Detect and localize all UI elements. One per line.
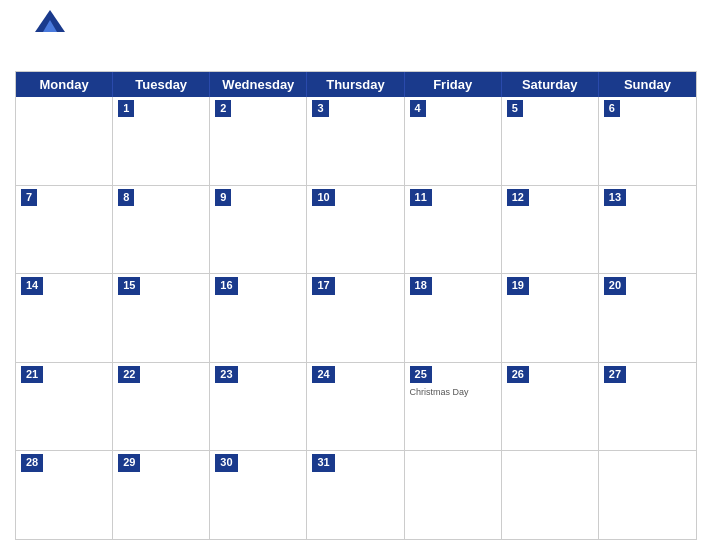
day-header-wednesday: Wednesday [210, 72, 307, 97]
day-number: 21 [21, 366, 43, 383]
day-cell: 29 [113, 451, 210, 539]
day-cell: 23 [210, 363, 307, 451]
calendar-body: 1234567891011121314151617181920212223242… [16, 97, 696, 539]
day-cell: 11 [405, 186, 502, 274]
day-number: 1 [118, 100, 134, 117]
day-header-saturday: Saturday [502, 72, 599, 97]
day-cell: 21 [16, 363, 113, 451]
day-number: 6 [604, 100, 620, 117]
day-cell: 2 [210, 97, 307, 185]
day-cell: 20 [599, 274, 696, 362]
calendar: MondayTuesdayWednesdayThursdayFridaySatu… [15, 71, 697, 540]
day-header-friday: Friday [405, 72, 502, 97]
day-number: 30 [215, 454, 237, 471]
day-number: 11 [410, 189, 432, 206]
day-cell [16, 97, 113, 185]
day-number: 8 [118, 189, 134, 206]
day-number: 27 [604, 366, 626, 383]
day-number: 23 [215, 366, 237, 383]
day-number: 3 [312, 100, 328, 117]
day-number: 13 [604, 189, 626, 206]
calendar-page: MondayTuesdayWednesdayThursdayFridaySatu… [0, 0, 712, 550]
day-number: 17 [312, 277, 334, 294]
day-cell: 14 [16, 274, 113, 362]
day-number: 19 [507, 277, 529, 294]
logo-icon [35, 10, 65, 32]
day-cell: 1 [113, 97, 210, 185]
day-cell: 5 [502, 97, 599, 185]
day-cell: 6 [599, 97, 696, 185]
day-cell: 24 [307, 363, 404, 451]
day-number: 28 [21, 454, 43, 471]
day-cell [405, 451, 502, 539]
day-cell: 19 [502, 274, 599, 362]
day-number: 26 [507, 366, 529, 383]
day-cell [502, 451, 599, 539]
day-cell: 15 [113, 274, 210, 362]
day-number: 7 [21, 189, 37, 206]
day-cell: 26 [502, 363, 599, 451]
day-headers-row: MondayTuesdayWednesdayThursdayFridaySatu… [16, 72, 696, 97]
day-cell: 8 [113, 186, 210, 274]
holiday-label: Christmas Day [410, 387, 496, 398]
day-header-sunday: Sunday [599, 72, 696, 97]
day-number: 10 [312, 189, 334, 206]
day-cell: 12 [502, 186, 599, 274]
day-number: 12 [507, 189, 529, 206]
week-row-4: 2122232425Christmas Day2627 [16, 363, 696, 452]
day-cell: 16 [210, 274, 307, 362]
day-number: 9 [215, 189, 231, 206]
day-number: 16 [215, 277, 237, 294]
day-cell: 27 [599, 363, 696, 451]
day-cell: 31 [307, 451, 404, 539]
day-cell: 4 [405, 97, 502, 185]
day-header-tuesday: Tuesday [113, 72, 210, 97]
day-cell: 18 [405, 274, 502, 362]
day-number: 18 [410, 277, 432, 294]
week-row-2: 78910111213 [16, 186, 696, 275]
day-number: 5 [507, 100, 523, 117]
day-cell: 28 [16, 451, 113, 539]
day-number: 14 [21, 277, 43, 294]
day-header-monday: Monday [16, 72, 113, 97]
day-cell: 25Christmas Day [405, 363, 502, 451]
day-cell: 17 [307, 274, 404, 362]
day-number: 4 [410, 100, 426, 117]
week-row-1: 123456 [16, 97, 696, 186]
day-cell: 22 [113, 363, 210, 451]
day-number: 22 [118, 366, 140, 383]
day-cell [599, 451, 696, 539]
day-cell: 9 [210, 186, 307, 274]
day-header-thursday: Thursday [307, 72, 404, 97]
day-number: 15 [118, 277, 140, 294]
day-number: 25 [410, 366, 432, 383]
logo [15, 10, 85, 32]
day-number: 20 [604, 277, 626, 294]
day-number: 24 [312, 366, 334, 383]
day-number: 2 [215, 100, 231, 117]
week-row-5: 28293031 [16, 451, 696, 539]
day-number: 29 [118, 454, 140, 471]
day-cell: 30 [210, 451, 307, 539]
week-row-3: 14151617181920 [16, 274, 696, 363]
day-cell: 13 [599, 186, 696, 274]
page-header [15, 10, 697, 65]
day-number: 31 [312, 454, 334, 471]
day-cell: 7 [16, 186, 113, 274]
day-cell: 10 [307, 186, 404, 274]
day-cell: 3 [307, 97, 404, 185]
